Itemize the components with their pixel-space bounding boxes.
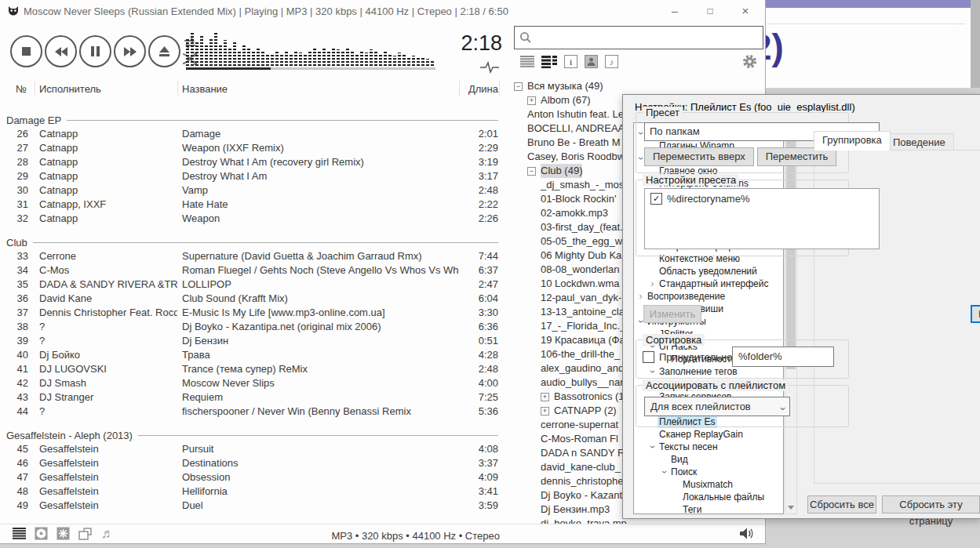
spectrum-bar <box>224 40 227 66</box>
chevron-expanded-icon[interactable]: › <box>647 442 659 452</box>
lyrics-panel-icon[interactable]: ♪ <box>605 55 618 68</box>
cell-artist: Catnapp, IXXF <box>35 198 177 212</box>
expand-box-icon[interactable]: + <box>541 393 549 401</box>
playlist-row[interactable]: 31Catnapp, IXXFHate Hate2:22 <box>0 198 500 212</box>
search-input[interactable] <box>535 29 758 46</box>
sort-pattern-field[interactable]: %folder% <box>732 347 834 367</box>
scroll-down-icon[interactable] <box>788 506 794 510</box>
playlist-row[interactable]: 38?Dj Boyko - Kazantipa.net (original mi… <box>0 320 500 334</box>
list-item[interactable]: ✓ %directoryname% <box>645 189 879 205</box>
preferences-tree-item[interactable]: Musixmatch <box>634 478 783 491</box>
copy-windows-icon[interactable] <box>78 528 93 540</box>
preferences-tree-item[interactable]: Вид <box>634 453 783 466</box>
seekbar[interactable] <box>186 67 435 70</box>
collapse-box-icon[interactable]: − <box>527 167 536 176</box>
preferences-tree-item[interactable]: Локальные файлы <box>634 491 783 503</box>
playlist-row[interactable]: 49GesaffelsteinDuel3:59 <box>0 499 500 513</box>
checkbox-checked-icon[interactable]: ✓ <box>650 193 662 205</box>
preset-settings-list[interactable]: ✓ %directoryname% <box>644 188 880 249</box>
expand-box-icon[interactable]: + <box>527 96 536 105</box>
playlist-row[interactable]: 36David KaneClub Sound (Krafft Mix)6:04 <box>0 292 500 306</box>
playlist-row[interactable]: 32CatnappWeapon2:26 <box>0 212 500 226</box>
cell-number: 47 <box>0 470 35 484</box>
chevron-collapsed-icon[interactable]: › <box>647 278 658 290</box>
background-scrollbar[interactable] <box>971 0 980 88</box>
playlist-row[interactable]: 42DJ SmashMoscow Never Slips4:00 <box>0 376 500 390</box>
new-button-partial[interactable]: Н <box>971 305 980 323</box>
preferences-tree-item[interactable]: Теги <box>634 503 783 514</box>
playlist-row[interactable]: 40Dj БойкоТрава4:28 <box>0 348 500 362</box>
playlist-row[interactable]: 27CatnappWeapon (IXXF Remix)2:29 <box>0 141 500 155</box>
column-number[interactable]: № <box>0 83 35 95</box>
next-button[interactable] <box>114 35 146 67</box>
library-search-box[interactable] <box>514 26 763 49</box>
library-tree-item[interactable]: −Вся музыка (49) <box>511 79 765 93</box>
pause-button[interactable] <box>79 35 111 67</box>
tab-grouping[interactable]: Группировка <box>814 131 891 151</box>
column-artist[interactable]: Исполнитель <box>35 83 177 95</box>
reset-all-button[interactable]: Сбросить все <box>807 495 876 514</box>
minimize-button[interactable]: – <box>663 2 687 20</box>
playlist-row[interactable]: 26CatnappDamage2:01 <box>0 127 500 141</box>
detailed-list-view-icon[interactable] <box>541 56 557 68</box>
playlist-row[interactable]: 30CatnappVamp2:48 <box>0 183 500 198</box>
playlist-row[interactable]: 41DJ LUGOVSKITrance (тема супер) ReMix2:… <box>0 362 500 376</box>
chevron-expanded-icon[interactable]: › <box>658 467 671 477</box>
stop-button[interactable] <box>10 35 42 67</box>
checkbox-unchecked-icon[interactable] <box>643 351 654 363</box>
cell-length: 2:26 <box>459 212 500 226</box>
preferences-tree-item[interactable]: ›Стандартный интерфейс <box>634 278 783 290</box>
reset-page-button[interactable]: Сбросить эту страницу <box>882 495 980 514</box>
player-titlebar[interactable]: Moscow Never Sleeps (Russian Extended Mi… <box>0 0 765 22</box>
playlist-row[interactable]: 33CerroneSupernature (David Guetta & Joa… <box>0 249 500 263</box>
preferences-tree-item[interactable]: Сканер ReplayGain <box>634 428 783 441</box>
disc-icon[interactable] <box>35 527 48 540</box>
associate-dropdown[interactable]: Для всех плейлистов › <box>644 397 790 416</box>
playlist-row[interactable]: 39?Dj Бензин0:51 <box>0 334 500 348</box>
waveform-icon[interactable] <box>480 61 499 74</box>
cell-title: Club Sound (Krafft Mix) <box>177 292 459 306</box>
settings-gear-icon[interactable] <box>742 54 757 69</box>
snowflake-icon[interactable] <box>56 527 70 540</box>
simple-list-view-icon[interactable] <box>520 56 534 67</box>
playlist-column-header[interactable]: № Исполнитель Название Длина <box>0 78 500 99</box>
maximize-button[interactable]: □ <box>698 2 722 20</box>
volume-icon[interactable] <box>739 527 755 540</box>
close-button[interactable]: × <box>734 2 757 20</box>
move-up-button[interactable]: Переместить вверх <box>644 147 754 166</box>
list-icon[interactable] <box>13 528 26 539</box>
preferences-tree-item[interactable]: Область уведомлений <box>634 265 783 278</box>
playlist-row[interactable]: 43DJ StrangerRequiem7:25 <box>0 390 500 405</box>
playlist-row[interactable]: 48GesaffelsteinHellifornia3:41 <box>0 484 500 499</box>
edit-button-disabled[interactable]: Изменить <box>643 305 701 323</box>
column-length[interactable]: Длина <box>459 83 500 95</box>
preferences-tree-item[interactable]: ›Поиск <box>634 466 783 478</box>
pattern-label: %directoryname% <box>667 193 750 205</box>
cell-length: 2:48 <box>459 362 500 376</box>
playlist-row[interactable]: 44?fischerspooner / Never Win (Benny Ben… <box>0 405 500 419</box>
artist-picture-icon[interactable] <box>585 55 598 68</box>
playlist-row[interactable]: 47GesaffelsteinObsession4:09 <box>0 470 500 484</box>
expand-box-icon[interactable]: + <box>541 407 549 416</box>
previous-button[interactable] <box>45 35 77 67</box>
collapse-box-icon[interactable]: − <box>514 82 523 91</box>
playlist-row[interactable]: 35DADA & SANDY RIVERA &TRIXLOLLIPOP2:47 <box>0 278 500 292</box>
chevron-collapsed-icon[interactable]: › <box>636 290 646 303</box>
eject-button[interactable] <box>148 35 180 67</box>
cell-number: 33 <box>0 249 35 263</box>
spectrum-bar <box>327 50 330 66</box>
playlist-row[interactable]: 34C-MosRoman Fluegel / Gehts Noch (Steve… <box>0 263 500 278</box>
playlist-row[interactable]: 29CatnappDestroy What I Am3:17 <box>0 169 500 183</box>
spectrum-bar <box>308 52 311 66</box>
playlist-row[interactable]: 37Dennis Christopher Feat. RocqE-Music I… <box>0 306 500 320</box>
music-notes-icon[interactable]: ♬ <box>101 528 115 540</box>
spectrum-bar <box>337 49 340 66</box>
preferences-tree-item[interactable]: ›Тексты песен <box>634 441 783 453</box>
playlist-row[interactable]: 46GesaffelsteinDestinations3:37 <box>0 456 500 470</box>
playlist-row[interactable]: 28CatnappDestroy What I Am (recovery gir… <box>0 155 500 169</box>
tab-behavior[interactable]: Поведение <box>884 133 954 151</box>
playlist-row[interactable]: 45GesaffelsteinPursuit4:08 <box>0 442 500 456</box>
column-title[interactable]: Название <box>177 83 459 95</box>
info-panel-icon[interactable]: i <box>564 55 577 68</box>
preferences-tree-item[interactable]: ›Воспроизведение <box>634 290 783 303</box>
